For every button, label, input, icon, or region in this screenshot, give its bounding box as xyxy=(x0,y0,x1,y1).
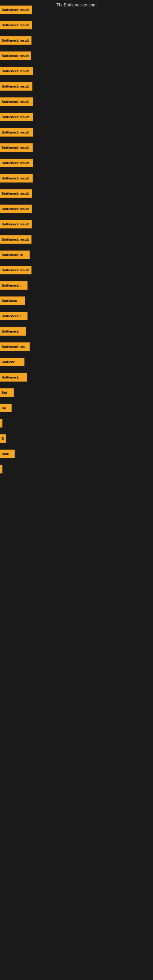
bar-item: Bottleneck result xyxy=(0,67,33,75)
bar-label: Bottleneck xyxy=(2,329,19,333)
bar-label: Bottleneck r xyxy=(2,314,21,318)
bar-item xyxy=(0,465,2,474)
bar-item: Bottleneck result xyxy=(0,266,32,274)
bar-label: Bottleneck result xyxy=(2,38,29,42)
bar-item: Bottleneck result xyxy=(0,143,33,152)
bar-label: Bottleneck res xyxy=(2,345,25,348)
bar-item: Bottleneck res xyxy=(0,342,30,351)
bar-item: Bottlenec xyxy=(0,296,25,305)
bar-label: Bottleneck result xyxy=(2,23,29,27)
bar-item: Bottleneck xyxy=(0,327,26,336)
bar-item: Bottleneck re xyxy=(0,250,30,259)
bar-item: Bottleneck result xyxy=(0,189,32,198)
bar-item: Bottleneck result xyxy=(0,235,32,244)
bar-item: Bottleneck r xyxy=(0,312,27,320)
bar-label: Bottleneck result xyxy=(2,8,29,12)
bar-label: Bottleneck re xyxy=(2,253,23,257)
bar-label: Bot xyxy=(2,391,7,395)
chart-container: TheBottlenecker.com Bottleneck resultBot… xyxy=(0,0,153,980)
bar-item: Bottleneck result xyxy=(0,205,32,213)
bar-item: Bottleneck result xyxy=(0,159,33,167)
bar-label: Bottleneck result xyxy=(2,238,29,241)
bar-item: Bottleneck r xyxy=(0,281,27,290)
bar-label: Bottleneck result xyxy=(2,100,29,103)
bar-item: Bottleneck result xyxy=(0,82,32,91)
bar-item: Bo xyxy=(0,404,12,412)
bar-label: Bottleneck r xyxy=(2,283,21,287)
bar-label: B xyxy=(2,437,4,441)
bar-label: Bottleneck result xyxy=(2,130,29,134)
bar-item: Bottleneck result xyxy=(0,97,33,106)
bar-label: Bottleneck result xyxy=(2,161,29,165)
bar-label: Bottleneck result xyxy=(2,192,29,196)
bar-label: Bottl xyxy=(2,452,9,456)
bar-label: Bottlenec xyxy=(2,299,17,302)
bar-label: Bottleneck result xyxy=(2,54,29,57)
bar-item: Bottleneck result xyxy=(0,174,33,183)
bar-item: Bottleneck xyxy=(0,373,27,382)
bar-item: Bottleneck result xyxy=(0,5,32,14)
bar-item: Bottleneck result xyxy=(0,220,32,229)
bar-label: Bottleneck result xyxy=(2,222,29,226)
bar-label: Bottleneck result xyxy=(2,69,29,73)
bar-label: Bottleneck result xyxy=(2,177,29,180)
bar-label: Bottleneck result xyxy=(2,115,29,119)
bar-item: Bottl xyxy=(0,450,15,458)
bar-item: B xyxy=(0,434,6,443)
bar-item: Bottleneck result xyxy=(0,128,33,137)
bar-label: Bo xyxy=(2,406,6,410)
bar-item: Bottleneck result xyxy=(0,51,31,60)
bar-item xyxy=(0,419,2,428)
bar-label: Bottleneck result xyxy=(2,268,29,272)
bar-item: Bottleneck result xyxy=(0,21,32,29)
bar-label: Bottlene xyxy=(2,360,15,364)
bar-item: Bottlene xyxy=(0,358,24,366)
bar-label: Bottleneck result xyxy=(2,207,29,211)
bar-label: Bottleneck xyxy=(2,375,19,379)
bar-label: Bottleneck result xyxy=(2,146,29,150)
bar-item: Bottleneck result xyxy=(0,36,32,45)
bar-label: Bottleneck result xyxy=(2,84,29,88)
bar-item: Bot xyxy=(0,388,14,397)
bar-item: Bottleneck result xyxy=(0,113,33,121)
